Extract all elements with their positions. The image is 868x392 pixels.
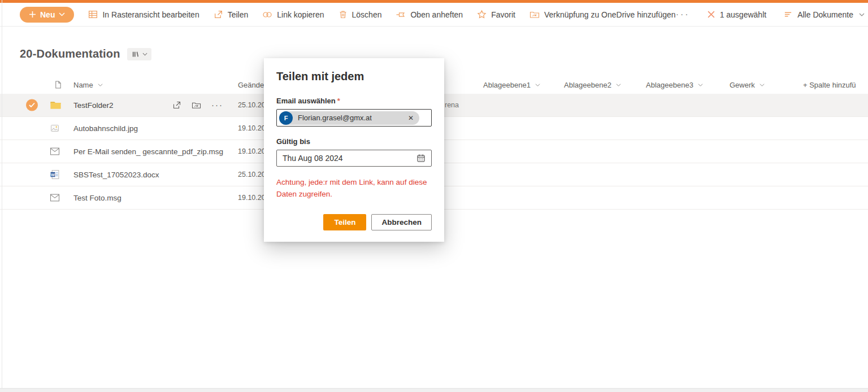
page-title: 20-Dokumentation: [20, 47, 120, 60]
library-view-chip[interactable]: [127, 48, 151, 60]
copy-link-button[interactable]: Link kopieren: [262, 10, 324, 19]
email-icon: [50, 147, 60, 156]
view-selector[interactable]: Alle Dokumente: [783, 10, 865, 19]
recipient-email: Florian.grasel@gmx.at: [298, 114, 372, 122]
star-icon: [477, 10, 487, 19]
row-share-icon[interactable]: [172, 101, 181, 110]
chevron-down-icon: [760, 83, 765, 86]
pin-to-top-button[interactable]: Oben anheften: [396, 10, 463, 19]
window-bottom-edge: [0, 388, 868, 392]
selection-count-label: 1 ausgewählt: [720, 10, 767, 19]
new-button[interactable]: Neu: [20, 7, 74, 23]
share-warning-text: Achtung, jede:r mit dem Link, kann auf d…: [276, 177, 430, 201]
column-header-modified[interactable]: Geände: [238, 81, 264, 89]
folder-shortcut-icon: [530, 10, 540, 19]
column-header-gewerk[interactable]: Gewerk: [730, 81, 765, 89]
new-button-label: Neu: [40, 10, 55, 19]
column-header-name[interactable]: Name: [73, 81, 103, 89]
books-icon: [131, 50, 140, 58]
share-button[interactable]: Teilen: [214, 10, 249, 19]
command-bar: Neu In Rasteransicht bearbeiten Teilen L…: [0, 3, 868, 27]
edit-grid-view-label: In Rasteransicht bearbeiten: [102, 10, 199, 19]
add-onedrive-shortcut-label: Verknüpfung zu OneDrive hinzufügen: [544, 10, 676, 19]
link-icon: [262, 10, 272, 19]
word-icon: W: [50, 170, 60, 180]
chevron-down-icon: [142, 53, 147, 56]
check-icon: [29, 103, 35, 108]
copy-link-label: Link kopieren: [277, 10, 324, 19]
clear-selection-button[interactable]: 1 ausgewählt: [707, 10, 767, 19]
close-icon: [707, 10, 715, 19]
email-field-label: Email auswählen*: [276, 97, 432, 105]
pin-icon: [396, 10, 406, 19]
modified-by: rena: [445, 101, 459, 109]
file-name-link[interactable]: Autobahnschild.jpg: [73, 124, 138, 133]
add-onedrive-shortcut-button[interactable]: Verknüpfung zu OneDrive hinzufügen: [530, 10, 676, 19]
chevron-down-icon: [616, 83, 621, 86]
grid-icon: [88, 10, 98, 19]
share-dialog: Teilen mit jedem Email auswählen* F Flor…: [264, 58, 444, 242]
folder-icon: [50, 101, 62, 110]
document-type-column-icon[interactable]: [54, 80, 62, 89]
pin-to-top-label: Oben anheften: [410, 10, 463, 19]
trash-icon: [338, 10, 348, 19]
valid-until-value: Thu Aug 08 2024: [283, 154, 343, 163]
view-list-icon: [783, 10, 793, 19]
share-label: Teilen: [228, 10, 249, 19]
file-name-link[interactable]: TestFolder2: [73, 101, 114, 110]
window-left-border: [2, 0, 2, 392]
svg-text:W: W: [51, 172, 55, 177]
view-selector-label: Alle Dokumente: [797, 10, 853, 19]
chevron-down-icon: [98, 83, 103, 86]
dialog-share-button[interactable]: Teilen: [323, 214, 366, 230]
recipient-chip: F Florian.grasel@gmx.at ✕: [279, 111, 419, 125]
file-name-link[interactable]: SBSTest_17052023.docx: [73, 171, 159, 179]
file-name-link[interactable]: Per E-Mail senden_ gescannte_pdf_zip.msg: [73, 147, 223, 156]
dialog-title: Teilen mit jedem: [276, 70, 432, 83]
chevron-down-icon: [698, 83, 703, 86]
edit-grid-view-button[interactable]: In Rasteransicht bearbeiten: [88, 10, 199, 19]
toolbar-overflow-button[interactable]: ···: [676, 10, 690, 20]
image-icon: [50, 124, 60, 133]
valid-until-input[interactable]: Thu Aug 08 2024: [276, 150, 432, 167]
remove-recipient-button[interactable]: ✕: [408, 115, 414, 121]
avatar: F: [279, 111, 293, 125]
plus-icon: [29, 11, 36, 18]
delete-label: Löschen: [352, 10, 382, 19]
valid-until-label: Gültig bis: [276, 137, 432, 146]
file-name-link[interactable]: Test Foto.msg: [73, 194, 121, 202]
chevron-down-icon: [859, 13, 865, 16]
row-selected-checkbox[interactable]: [26, 99, 38, 111]
column-header-ablageebene3[interactable]: Ablageebene3: [646, 81, 703, 89]
favorite-button[interactable]: Favorit: [477, 10, 515, 19]
add-column-button[interactable]: + Spalte hinzufü: [803, 81, 856, 89]
column-header-ablageebene1[interactable]: Ablageebene1: [483, 81, 540, 89]
dialog-cancel-button[interactable]: Abbrechen: [371, 214, 432, 230]
favorite-label: Favorit: [491, 10, 515, 19]
chevron-down-icon: [535, 83, 540, 86]
required-asterisk: *: [337, 97, 340, 105]
share-icon: [214, 10, 223, 19]
email-icon: [50, 194, 60, 202]
delete-button[interactable]: Löschen: [338, 10, 382, 19]
email-input[interactable]: F Florian.grasel@gmx.at ✕: [276, 109, 432, 127]
chevron-down-icon: [59, 12, 65, 16]
calendar-icon[interactable]: [416, 154, 426, 163]
column-header-ablageebene2[interactable]: Ablageebene2: [564, 81, 621, 89]
row-shortcut-icon[interactable]: [192, 101, 201, 110]
